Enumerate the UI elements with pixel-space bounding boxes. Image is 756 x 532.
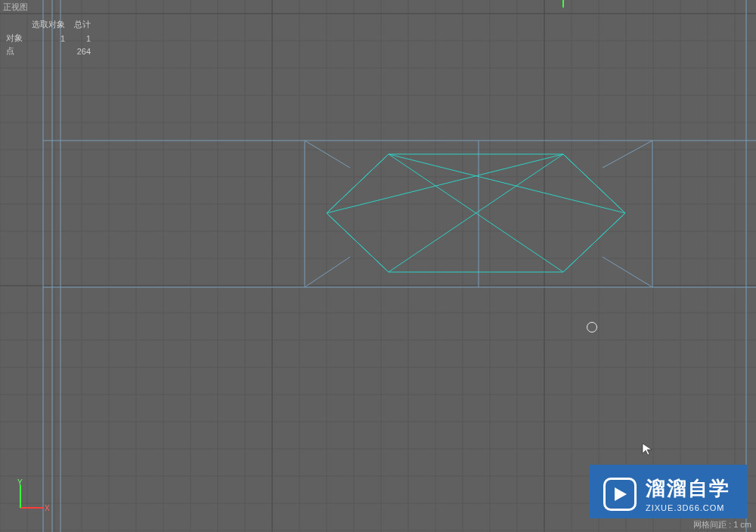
viewport[interactable]: 正视图 选取对象 总计 对象 1 1 点 264 X Y: [0, 0, 756, 532]
svg-line-69: [327, 213, 389, 272]
svg-line-70: [563, 213, 625, 272]
svg-line-64: [603, 257, 652, 287]
svg-marker-76: [615, 487, 627, 501]
stats-panel: 选取对象 总计 对象 1 1 点 264: [2, 18, 95, 57]
watermark-title: 溜溜自学: [646, 475, 730, 502]
stats-row-points: 点 264: [2, 45, 95, 57]
axis-x-label: X: [45, 504, 49, 512]
svg-line-61: [305, 141, 350, 168]
watermark-subtitle: ZIXUE.3D66.COM: [646, 503, 730, 512]
axis-y-label: Y: [17, 479, 23, 487]
grid-spacing-label: 网格间距 : 1 cm: [693, 519, 751, 530]
stats-row-objects: 对象 1 1: [2, 32, 95, 45]
axis-gizmo[interactable]: X Y: [11, 479, 49, 517]
play-icon: [603, 478, 637, 511]
mouse-cursor-icon: [641, 442, 656, 457]
stats-header-selected: 选取对象: [27, 18, 70, 32]
svg-line-62: [603, 141, 652, 168]
watermark: 溜溜自学 ZIXUE.3D66.COM: [590, 465, 747, 518]
selection-cursor-icon: [587, 322, 597, 332]
svg-line-63: [305, 257, 350, 287]
stats-header-total: 总计: [70, 18, 95, 32]
view-label: 正视图: [3, 2, 28, 13]
